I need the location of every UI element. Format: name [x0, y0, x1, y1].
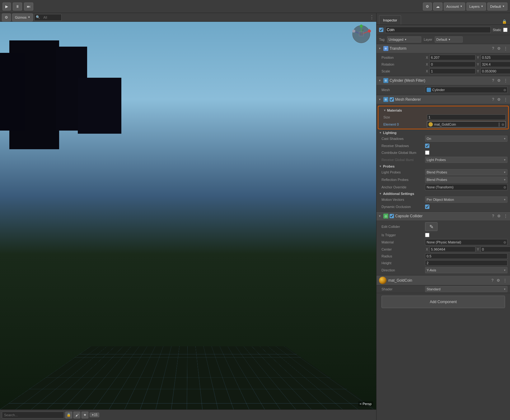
transform-header[interactable]: ▼ ⊕ Transform ? ⚙ ⋮: [377, 44, 510, 53]
rotation-y-input[interactable]: [480, 62, 510, 67]
settings-button[interactable]: ⚙: [423, 2, 432, 11]
star-icon[interactable]: ★: [82, 412, 88, 418]
lock-tab-icon[interactable]: 🔒: [501, 18, 508, 25]
tab-inspector[interactable]: Inspector: [379, 15, 401, 25]
default-dropdown[interactable]: Default ▼: [487, 2, 508, 11]
is-trigger-check[interactable]: [425, 233, 429, 237]
obj-select-icon[interactable]: ⊙: [502, 123, 504, 126]
viewport-settings-btn[interactable]: ⚙: [2, 13, 11, 21]
settings-icon[interactable]: ⚙: [497, 78, 501, 83]
mesh-filter-header[interactable]: ▼ ⊞ Cylinder (Mesh Filter) ? ⚙ ⋮: [377, 76, 510, 85]
mesh-ref[interactable]: Cylinder ⊙: [425, 87, 508, 93]
mesh-renderer-icon: ⊞: [383, 97, 388, 102]
gameobject-enabled-check[interactable]: [379, 28, 383, 32]
settings-icon[interactable]: ⚙: [496, 278, 501, 283]
help-icon[interactable]: ?: [491, 97, 495, 102]
element0-ref[interactable]: mat_GoldCoin │ ⊙: [427, 121, 506, 127]
more-icon[interactable]: ⋮: [503, 97, 508, 102]
rotation-x-input[interactable]: [429, 62, 475, 67]
contribute-gi-check[interactable]: [425, 150, 429, 155]
layer-label: Layer: [424, 38, 433, 41]
help-icon[interactable]: ?: [491, 213, 495, 219]
rotation-xyz: X Y Z: [425, 62, 510, 67]
receive-shadows-check[interactable]: [425, 144, 429, 148]
inspector-tabs: Inspector 🔒: [377, 13, 510, 25]
layers-dropdown[interactable]: Layers ▼: [466, 2, 486, 11]
svg-point-8: [352, 30, 355, 33]
search-container: 🔍: [34, 14, 62, 21]
dynamic-occlusion-check[interactable]: [425, 205, 429, 209]
viewport-search[interactable]: [41, 14, 60, 21]
viewport-canvas[interactable]: < Persp y z y: [0, 22, 376, 409]
motion-vectors-dropdown[interactable]: Per Object Motion ▼: [425, 196, 508, 203]
more-icon[interactable]: ⋮: [503, 213, 508, 219]
main-area: ⚙ Gizmos ▼ 🔍 ⋮ < Persp: [0, 13, 510, 420]
direction-dropdown[interactable]: Y-Axis ▼: [425, 267, 508, 273]
receive-gi-dropdown[interactable]: Light Probes ▼: [425, 157, 508, 163]
light-probes-row: Light Probes Blend Probes ▼: [377, 168, 510, 176]
lock-bottom-icon[interactable]: 🔒: [65, 412, 72, 418]
add-component-button[interactable]: Add Component: [381, 296, 505, 308]
edit-collider-button[interactable]: ✎: [425, 222, 437, 231]
help-icon[interactable]: ?: [491, 278, 494, 283]
materials-label: Materials: [387, 108, 402, 112]
scale-x-input[interactable]: [429, 68, 475, 74]
tag-dropdown[interactable]: Untagged ▼: [387, 36, 421, 43]
anchor-text: None (Transform): [427, 185, 502, 189]
chevron-down-icon: ▼: [502, 5, 505, 8]
mesh-filter-icon: ⊞: [383, 78, 388, 83]
material-preview-ball: [379, 277, 386, 284]
mesh-renderer-header[interactable]: ▼ ⊞ Mesh Renderer ? ⚙ ⋮: [377, 95, 510, 104]
receive-shadows-row: Receive Shadows: [377, 142, 510, 149]
position-y-input[interactable]: [480, 55, 510, 60]
lighting-label: Lighting: [383, 131, 396, 135]
play-button[interactable]: ▶: [2, 2, 11, 11]
more-icon[interactable]: ⋮: [503, 278, 508, 283]
scale-y-input[interactable]: [480, 68, 510, 74]
element0-text: mat_GoldCoin: [434, 122, 497, 126]
gameobject-name-input[interactable]: [385, 27, 491, 33]
transform-icon: ⊕: [383, 46, 388, 51]
help-icon[interactable]: ?: [491, 78, 495, 83]
settings-icon[interactable]: ⚙: [497, 97, 501, 102]
shader-dropdown[interactable]: Standard ▼: [425, 286, 508, 292]
capsule-collider-header[interactable]: ▼ ⊙ Capsule Collider ? ⚙ ⋮: [377, 212, 510, 220]
size-input[interactable]: [427, 114, 506, 120]
help-icon[interactable]: ?: [491, 46, 495, 51]
pause-button[interactable]: ⏸: [13, 2, 22, 11]
position-label: Position: [381, 56, 425, 59]
account-dropdown[interactable]: Account ▼: [444, 2, 466, 11]
center-x-input[interactable]: [429, 247, 475, 252]
transform-actions: ? ⚙ ⋮: [491, 46, 508, 51]
svg-rect-9: [359, 32, 363, 36]
capsule-collider-enabled[interactable]: [390, 214, 394, 218]
reflection-probes-dropdown[interactable]: Blend Probes ▼: [425, 177, 508, 183]
cast-shadows-dropdown[interactable]: On ▼: [425, 136, 508, 142]
cloud-button[interactable]: ☁: [433, 2, 442, 11]
more-icon[interactable]: ⋮: [503, 46, 508, 51]
anchor-override-ref[interactable]: None (Transform) ⊙: [425, 184, 508, 190]
bottom-search-input[interactable]: [2, 412, 64, 418]
chevron-down-icon: ▼: [503, 198, 506, 201]
is-trigger-label: Is Trigger: [381, 233, 425, 237]
collider-material-ref[interactable]: None (Physic Material) ⊙: [425, 239, 508, 245]
obj-select-icon[interactable]: ⊙: [503, 88, 506, 92]
settings-icon[interactable]: ⚙: [497, 213, 501, 219]
obj-select-icon[interactable]: ⊙: [503, 241, 506, 244]
more-icon[interactable]: ⋮: [503, 78, 508, 83]
brush-icon[interactable]: 🖌: [73, 412, 80, 418]
center-y-input[interactable]: [480, 247, 510, 252]
position-x-input[interactable]: [429, 55, 475, 60]
step-button[interactable]: ⏭: [24, 2, 33, 11]
mesh-renderer-enabled[interactable]: [390, 97, 394, 102]
more-options-icon[interactable]: ⋮: [369, 14, 374, 20]
layer-dropdown[interactable]: Default ▼: [435, 36, 463, 43]
light-probes-dropdown[interactable]: Blend Probes ▼: [425, 169, 508, 175]
radius-input[interactable]: [425, 253, 508, 259]
collider-material-row: Material None (Physic Material) ⊙: [377, 238, 510, 246]
static-checkbox[interactable]: [503, 28, 508, 32]
settings-icon[interactable]: ⚙: [497, 46, 501, 51]
gizmos-dropdown[interactable]: Gizmos ▼: [12, 13, 33, 21]
height-input[interactable]: [425, 260, 508, 266]
obj-select-icon[interactable]: ⊙: [503, 186, 506, 189]
